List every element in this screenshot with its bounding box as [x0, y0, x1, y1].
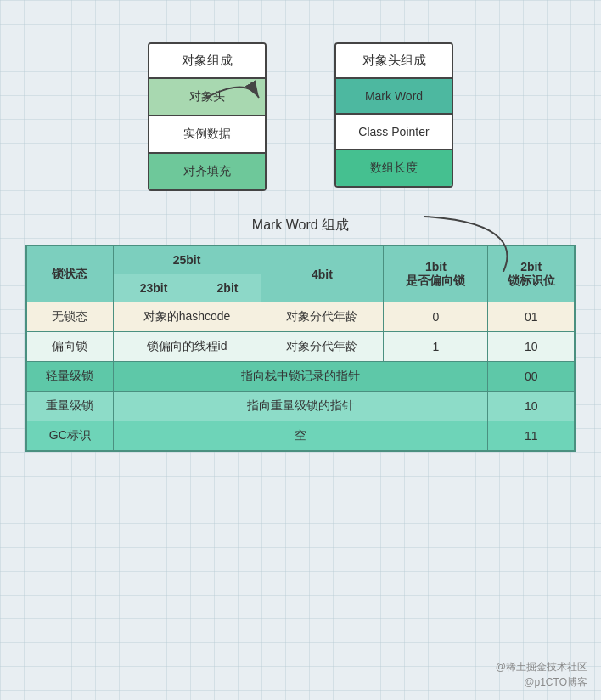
align-fill-row: 对齐填充	[149, 152, 265, 189]
markword-table: 锁状态 25bit 4bit 1bit 是否偏向锁 2bit 锁标识位 23bi…	[25, 245, 576, 452]
object-composition-box: 对象组成 对象头 实例数据 对齐填充	[148, 42, 267, 191]
biased-thread-id: 锁偏向的线程id	[113, 332, 261, 362]
object-composition-title: 对象组成	[149, 44, 265, 77]
object-head-row: 对象头	[149, 77, 265, 115]
th-2bit-lockid: 2bit 锁标识位	[488, 246, 575, 302]
biased-lock-flag: 10	[488, 332, 575, 362]
biased-biased-flag: 1	[384, 332, 488, 362]
gc-empty: 空	[113, 421, 488, 452]
gc-lock-flag: 11	[488, 421, 575, 452]
th-4bit: 4bit	[261, 246, 384, 302]
no-lock-hashcode: 对象的hashcode	[113, 302, 261, 332]
th-23bit: 23bit	[113, 274, 194, 302]
instance-data-row: 实例数据	[149, 115, 265, 152]
class-pointer-row: Class Pointer	[336, 113, 452, 149]
watermark-line1: @稀土掘金技术社区	[496, 659, 587, 675]
th-lock-state: 锁状态	[26, 246, 113, 302]
lock-state-heavy: 重量级锁	[26, 392, 113, 421]
mark-word-row: Mark Word	[336, 77, 452, 113]
no-lock-flag: 01	[488, 302, 575, 332]
heavy-lock-flag: 10	[488, 392, 575, 421]
light-lock-flag: 00	[488, 362, 575, 392]
biased-age: 对象分代年龄	[261, 332, 384, 362]
no-lock-age: 对象分代年龄	[261, 302, 384, 332]
object-composition-diagram: 对象组成 对象头 实例数据 对齐填充 对象头组成 Mark Word Class…	[0, 0, 601, 208]
th-2bit-sub: 2bit	[194, 274, 261, 302]
table-row-light: 轻量级锁 指向栈中锁记录的指针 00	[26, 362, 575, 392]
watermark-line2: @p1CTO博客	[496, 675, 587, 690]
table-row-biased: 偏向锁 锁偏向的线程id 对象分代年龄 1 10	[26, 332, 575, 362]
heavy-lock-ptr: 指向重量级锁的指针	[113, 392, 488, 421]
lock-state-no-lock: 无锁态	[26, 302, 113, 332]
markword-table-wrapper: 锁状态 25bit 4bit 1bit 是否偏向锁 2bit 锁标识位 23bi…	[25, 245, 576, 452]
lock-state-light: 轻量级锁	[26, 362, 113, 392]
th-25bit: 25bit	[113, 246, 261, 274]
object-head-composition-title: 对象头组成	[336, 44, 452, 77]
table-row-gc: GC标识 空 11	[26, 421, 575, 452]
watermark: @稀土掘金技术社区 @p1CTO博客	[496, 659, 587, 690]
lock-state-biased: 偏向锁	[26, 332, 113, 362]
light-stack-ptr: 指向栈中锁记录的指针	[113, 362, 488, 392]
lock-state-gc: GC标识	[26, 421, 113, 452]
table-row-no-lock: 无锁态 对象的hashcode 对象分代年龄 0 01	[26, 302, 575, 332]
object-head-composition-box: 对象头组成 Mark Word Class Pointer 数组长度	[334, 42, 453, 188]
array-length-row: 数组长度	[336, 149, 452, 186]
table-row-heavy: 重量级锁 指向重量级锁的指针 10	[26, 392, 575, 421]
no-lock-biased: 0	[384, 302, 488, 332]
markword-composition-label: Mark Word 组成	[0, 217, 601, 234]
th-1bit-biased: 1bit 是否偏向锁	[384, 246, 488, 302]
